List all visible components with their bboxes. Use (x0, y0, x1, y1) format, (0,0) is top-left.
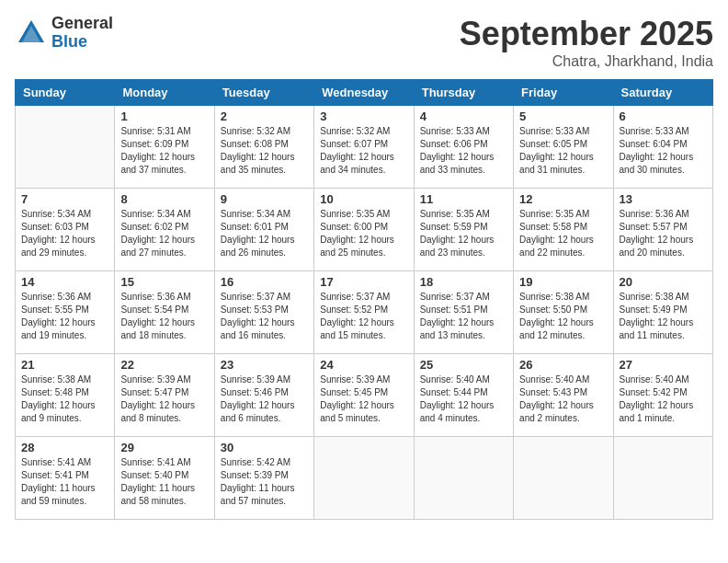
logo-blue: Blue (51, 33, 113, 52)
day-number: 22 (120, 358, 208, 372)
calendar-cell (414, 437, 513, 520)
day-info: Sunrise: 5:36 AM Sunset: 5:57 PM Dayligh… (620, 208, 707, 259)
month-title: September 2025 (460, 15, 713, 53)
calendar-cell: 30Sunrise: 5:42 AM Sunset: 5:39 PM Dayli… (214, 437, 313, 520)
weekday-header-sunday: Sunday (16, 80, 115, 106)
weekday-header-thursday: Thursday (414, 80, 513, 106)
day-info: Sunrise: 5:37 AM Sunset: 5:52 PM Dayligh… (320, 291, 407, 342)
calendar-cell: 16Sunrise: 5:37 AM Sunset: 5:53 PM Dayli… (214, 271, 313, 354)
day-number: 20 (620, 275, 707, 289)
day-info: Sunrise: 5:35 AM Sunset: 5:59 PM Dayligh… (420, 208, 507, 259)
day-info: Sunrise: 5:34 AM Sunset: 6:01 PM Dayligh… (221, 208, 308, 259)
calendar-body: 1Sunrise: 5:31 AM Sunset: 6:09 PM Daylig… (16, 106, 713, 520)
day-info: Sunrise: 5:40 AM Sunset: 5:44 PM Dayligh… (420, 373, 507, 425)
logo: General Blue (15, 15, 113, 52)
weekday-header-monday: Monday (115, 80, 214, 106)
day-number: 24 (320, 358, 407, 372)
calendar-cell: 9Sunrise: 5:34 AM Sunset: 6:01 PM Daylig… (214, 189, 313, 271)
calendar-cell: 27Sunrise: 5:40 AM Sunset: 5:42 PM Dayli… (613, 354, 712, 437)
calendar-cell: 24Sunrise: 5:39 AM Sunset: 5:45 PM Dayli… (314, 354, 414, 437)
calendar-cell: 15Sunrise: 5:36 AM Sunset: 5:54 PM Dayli… (115, 271, 214, 354)
week-row-5: 28Sunrise: 5:41 AM Sunset: 5:41 PM Dayli… (16, 437, 713, 520)
calendar-table: SundayMondayTuesdayWednesdayThursdayFrid… (15, 79, 713, 520)
day-info: Sunrise: 5:40 AM Sunset: 5:42 PM Dayligh… (620, 373, 707, 425)
day-info: Sunrise: 5:34 AM Sunset: 6:03 PM Dayligh… (21, 208, 108, 259)
day-info: Sunrise: 5:41 AM Sunset: 5:40 PM Dayligh… (120, 456, 208, 508)
day-info: Sunrise: 5:33 AM Sunset: 6:06 PM Dayligh… (420, 125, 507, 177)
day-info: Sunrise: 5:35 AM Sunset: 5:58 PM Dayligh… (519, 208, 607, 259)
day-number: 18 (420, 275, 507, 289)
day-number: 26 (519, 358, 607, 372)
day-number: 16 (221, 275, 308, 289)
calendar-cell: 11Sunrise: 5:35 AM Sunset: 5:59 PM Dayli… (414, 189, 513, 271)
day-info: Sunrise: 5:36 AM Sunset: 5:55 PM Dayligh… (21, 291, 108, 342)
calendar-cell: 3Sunrise: 5:32 AM Sunset: 6:07 PM Daylig… (314, 106, 414, 189)
calendar-cell: 14Sunrise: 5:36 AM Sunset: 5:55 PM Dayli… (16, 271, 115, 354)
day-number: 25 (420, 358, 507, 372)
day-number: 23 (221, 358, 308, 372)
day-info: Sunrise: 5:41 AM Sunset: 5:41 PM Dayligh… (21, 456, 108, 508)
calendar-cell (16, 106, 115, 189)
day-number: 21 (21, 358, 108, 372)
day-info: Sunrise: 5:39 AM Sunset: 5:47 PM Dayligh… (120, 373, 208, 425)
day-number: 28 (21, 441, 108, 454)
calendar-cell (613, 437, 712, 520)
weekday-header-friday: Friday (514, 80, 613, 106)
day-info: Sunrise: 5:31 AM Sunset: 6:09 PM Dayligh… (120, 125, 208, 177)
day-number: 27 (620, 358, 707, 372)
week-row-4: 21Sunrise: 5:38 AM Sunset: 5:48 PM Dayli… (16, 354, 713, 437)
calendar-cell: 1Sunrise: 5:31 AM Sunset: 6:09 PM Daylig… (115, 106, 214, 189)
calendar-cell: 20Sunrise: 5:38 AM Sunset: 5:49 PM Dayli… (613, 271, 712, 354)
day-info: Sunrise: 5:38 AM Sunset: 5:50 PM Dayligh… (519, 291, 607, 342)
calendar-cell: 29Sunrise: 5:41 AM Sunset: 5:40 PM Dayli… (115, 437, 214, 520)
day-number: 10 (320, 192, 407, 206)
week-row-1: 1Sunrise: 5:31 AM Sunset: 6:09 PM Daylig… (16, 106, 713, 189)
day-number: 15 (120, 275, 208, 289)
day-number: 12 (519, 192, 607, 206)
calendar-header: SundayMondayTuesdayWednesdayThursdayFrid… (16, 80, 713, 106)
day-number: 6 (620, 109, 707, 123)
day-number: 9 (221, 192, 308, 206)
calendar-cell: 17Sunrise: 5:37 AM Sunset: 5:52 PM Dayli… (314, 271, 414, 354)
calendar-cell (314, 437, 414, 520)
day-info: Sunrise: 5:38 AM Sunset: 5:48 PM Dayligh… (21, 373, 108, 425)
day-number: 14 (21, 275, 108, 289)
day-info: Sunrise: 5:37 AM Sunset: 5:53 PM Dayligh… (221, 291, 308, 342)
calendar-cell: 19Sunrise: 5:38 AM Sunset: 5:50 PM Dayli… (514, 271, 613, 354)
logo-text: General Blue (51, 15, 113, 52)
day-info: Sunrise: 5:33 AM Sunset: 6:05 PM Dayligh… (519, 125, 607, 177)
calendar-cell: 10Sunrise: 5:35 AM Sunset: 6:00 PM Dayli… (314, 189, 414, 271)
day-info: Sunrise: 5:39 AM Sunset: 5:46 PM Dayligh… (221, 373, 308, 425)
day-info: Sunrise: 5:38 AM Sunset: 5:49 PM Dayligh… (620, 291, 707, 342)
logo-icon (15, 17, 48, 50)
weekday-header-row: SundayMondayTuesdayWednesdayThursdayFrid… (16, 80, 713, 106)
day-number: 2 (221, 109, 308, 123)
calendar-cell: 28Sunrise: 5:41 AM Sunset: 5:41 PM Dayli… (16, 437, 115, 520)
calendar-cell: 21Sunrise: 5:38 AM Sunset: 5:48 PM Dayli… (16, 354, 115, 437)
calendar-cell: 25Sunrise: 5:40 AM Sunset: 5:44 PM Dayli… (414, 354, 513, 437)
day-number: 7 (21, 192, 108, 206)
title-area: September 2025 Chatra, Jharkhand, India (460, 15, 713, 70)
calendar-cell: 6Sunrise: 5:33 AM Sunset: 6:04 PM Daylig… (613, 106, 712, 189)
calendar-cell: 23Sunrise: 5:39 AM Sunset: 5:46 PM Dayli… (214, 354, 313, 437)
day-number: 30 (221, 441, 308, 454)
day-info: Sunrise: 5:40 AM Sunset: 5:43 PM Dayligh… (519, 373, 607, 425)
calendar-cell: 13Sunrise: 5:36 AM Sunset: 5:57 PM Dayli… (613, 189, 712, 271)
day-info: Sunrise: 5:36 AM Sunset: 5:54 PM Dayligh… (120, 291, 208, 342)
calendar-cell: 12Sunrise: 5:35 AM Sunset: 5:58 PM Dayli… (514, 189, 613, 271)
week-row-2: 7Sunrise: 5:34 AM Sunset: 6:03 PM Daylig… (16, 189, 713, 271)
calendar-cell (514, 437, 613, 520)
day-number: 5 (519, 109, 607, 123)
calendar-cell: 26Sunrise: 5:40 AM Sunset: 5:43 PM Dayli… (514, 354, 613, 437)
weekday-header-saturday: Saturday (613, 80, 712, 106)
weekday-header-wednesday: Wednesday (314, 80, 414, 106)
day-number: 29 (120, 441, 208, 454)
day-info: Sunrise: 5:32 AM Sunset: 6:08 PM Dayligh… (221, 125, 308, 177)
day-number: 8 (120, 192, 208, 206)
calendar-cell: 22Sunrise: 5:39 AM Sunset: 5:47 PM Dayli… (115, 354, 214, 437)
day-info: Sunrise: 5:42 AM Sunset: 5:39 PM Dayligh… (221, 456, 308, 508)
calendar-cell: 18Sunrise: 5:37 AM Sunset: 5:51 PM Dayli… (414, 271, 513, 354)
calendar-cell: 8Sunrise: 5:34 AM Sunset: 6:02 PM Daylig… (115, 189, 214, 271)
day-info: Sunrise: 5:35 AM Sunset: 6:00 PM Dayligh… (320, 208, 407, 259)
day-number: 13 (620, 192, 707, 206)
